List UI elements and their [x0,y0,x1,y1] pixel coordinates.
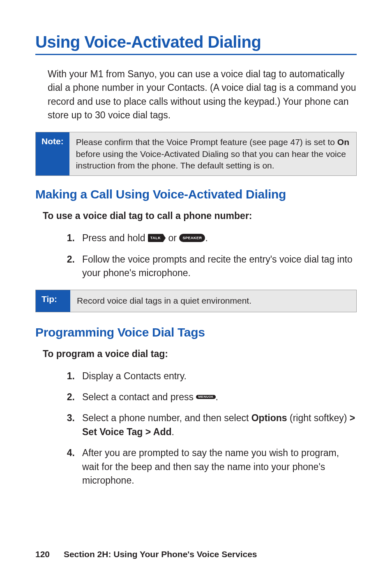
page-footer: 120 Section 2H: Using Your Phone's Voice… [35,549,257,559]
section-heading-programming: Programming Voice Dial Tags [35,325,357,339]
step-bold-options: Options [251,413,287,423]
step-number: 4. [56,446,82,487]
step-number: 3. [56,411,82,439]
talk-key-icon: TALK [148,234,166,242]
step-row: 1. Press and hold TALK or SPEAKER. [56,231,357,245]
subhead-program-tag: To program a voice dial tag: [43,348,357,360]
tip-body: Record voice dial tags in a quiet enviro… [70,290,356,311]
step-text: Select a contact and press MENUOK. [82,390,357,404]
step-number: 1. [56,369,82,383]
step-text: Select a phone number, and then select O… [82,411,357,439]
step-text: Follow the voice prompts and recite the … [82,253,357,280]
speaker-key-icon: SPEAKER [179,234,205,242]
note-callout: Note: Please confirm that the Voice Prom… [35,132,357,176]
note-body: Please confirm that the Voice Prompt fea… [69,132,356,175]
subhead-voice-dial-call: To use a voice dial tag to call a phone … [43,210,357,221]
step-number: 2. [56,253,82,280]
tip-callout: Tip: Record voice dial tags in a quiet e… [35,290,357,312]
title-rule [35,54,357,55]
step-number: 1. [56,231,82,245]
steps-making-call: 1. Press and hold TALK or SPEAKER. 2. Fo… [56,231,357,280]
menu-bot: OK [209,396,214,398]
step-text-mid: (right softkey) [287,413,350,423]
step-text-post: . [171,427,174,437]
note-text-pre: Please confirm that the Voice Prompt fea… [76,137,337,147]
page: Using Voice-Activated Dialing With your … [0,0,392,588]
page-number: 120 [35,549,50,559]
step-row: 2. Follow the voice prompts and recite t… [56,253,357,280]
step-text-pre: Press and hold [82,233,148,243]
note-text-post: before using the Voice-Activated Dialing… [76,149,346,170]
section-heading-making-call: Making a Call Using Voice-Activated Dial… [35,187,357,201]
step-text-pre: Select a phone number, and then select [82,413,251,423]
menu-top: MENU [198,396,209,398]
menu-ok-key-icon: MENUOK [196,395,215,399]
step-text: Display a Contacts entry. [82,369,357,383]
step-row: 2. Select a contact and press MENUOK. [56,390,357,404]
step-row: 4. After you are prompted to say the nam… [56,446,357,487]
note-bold: On [337,137,349,147]
step-text-post: . [216,392,218,402]
step-text-post: . [205,233,208,243]
note-label: Note: [36,132,69,175]
section-label: Section 2H: Using Your Phone's Voice Ser… [64,549,257,559]
step-text: Press and hold TALK or SPEAKER. [82,231,357,245]
step-number: 2. [56,390,82,404]
tip-label: Tip: [36,290,70,311]
intro-paragraph: With your M1 from Sanyo, you can use a v… [48,67,357,122]
steps-programming: 1. Display a Contacts entry. 2. Select a… [56,369,357,487]
step-text-pre: Select a contact and press [82,392,196,402]
step-row: 3. Select a phone number, and then selec… [56,411,357,439]
step-text: After you are prompted to say the name y… [82,446,357,487]
step-text-mid: or [166,233,179,243]
page-title: Using Voice-Activated Dialing [35,33,357,51]
step-row: 1. Display a Contacts entry. [56,369,357,383]
